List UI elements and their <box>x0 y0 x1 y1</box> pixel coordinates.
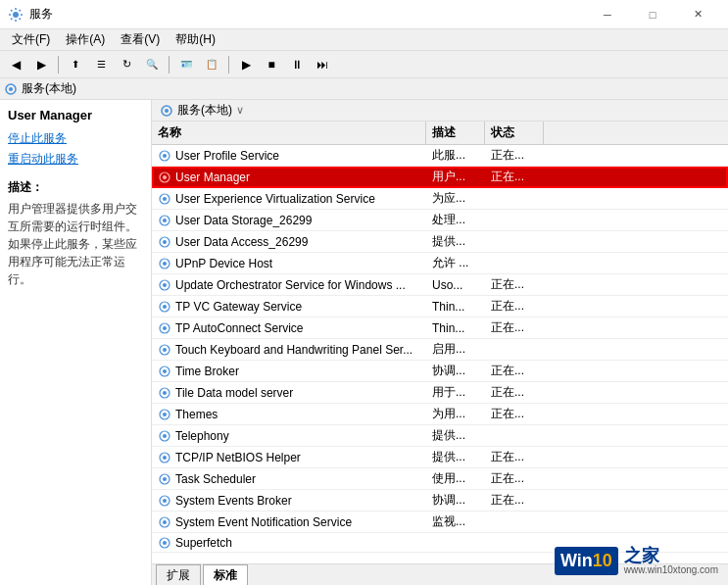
toolbar-sep-2 <box>169 56 170 73</box>
header-desc[interactable]: 描述 <box>426 122 485 144</box>
cell-name: Superfetch <box>152 533 426 552</box>
toolbar-show-hide[interactable]: ☰ <box>89 54 113 75</box>
table-row[interactable]: TP VC Gateway Service Thin... 正在... <box>152 296 728 317</box>
table-row[interactable]: UPnP Device Host 允许 ... <box>152 253 728 274</box>
title-bar: 服务 ─ □ ✕ <box>0 0 728 29</box>
services-table[interactable]: 名称 描述 状态 User Profile Service 此服... 正在..… <box>152 122 728 563</box>
cell-desc: 使用... <box>426 468 485 489</box>
table-row[interactable]: Themes 为用... 正在... <box>152 404 728 425</box>
cell-status <box>485 512 544 532</box>
table-row[interactable]: TCP/IP NetBIOS Helper 提供... 正在... <box>152 447 728 468</box>
cell-status: 正在... <box>485 447 544 467</box>
watermark: Win10 之家 www.win10xtong.com <box>555 547 718 575</box>
menu-help[interactable]: 帮助(H) <box>168 29 223 50</box>
breadcrumb: 服务(本地) <box>4 80 76 97</box>
menu-action[interactable]: 操作(A) <box>58 29 113 50</box>
cell-desc: 协调... <box>426 361 485 381</box>
table-row[interactable]: User Manager 用户... 正在... <box>152 167 728 188</box>
close-button[interactable]: ✕ <box>675 0 720 29</box>
restart-service-link[interactable]: 重启动此服务 <box>8 151 143 168</box>
right-breadcrumb-icon <box>160 104 173 118</box>
cell-status <box>485 188 544 209</box>
table-row[interactable]: Telephony 提供... <box>152 425 728 447</box>
cell-desc: 协调... <box>426 490 485 511</box>
svg-point-30 <box>163 413 167 416</box>
tab-extend[interactable]: 扩展 <box>156 564 201 586</box>
main-container: User Manager 停止此服务 重启动此服务 描述： 用户管理器提供多用户… <box>0 100 728 585</box>
cell-desc: 处理... <box>426 210 485 230</box>
title-bar-controls: ─ □ ✕ <box>585 0 720 29</box>
cell-status: 正在... <box>485 468 544 489</box>
toolbar-refresh[interactable]: ↻ <box>115 54 138 75</box>
table-row[interactable]: TP AutoConnect Service Thin... 正在... <box>152 317 728 339</box>
table-row[interactable]: Task Scheduler 使用... 正在... <box>152 468 728 490</box>
toolbar-forward[interactable]: ▶ <box>29 54 53 75</box>
toolbar-stop[interactable]: ■ <box>260 54 283 75</box>
cell-name: Tile Data model server <box>152 382 426 403</box>
svg-point-38 <box>163 499 167 503</box>
svg-point-22 <box>163 326 167 330</box>
cell-name: User Data Storage_26299 <box>152 210 426 230</box>
table-row[interactable]: System Events Broker 协调... 正在... <box>152 490 728 512</box>
svg-point-26 <box>163 369 167 373</box>
right-breadcrumb-chevron: ∨ <box>236 104 244 117</box>
svg-point-10 <box>163 197 167 201</box>
svg-point-32 <box>163 434 167 438</box>
table-row[interactable]: Update Orchestrator Service for Windows … <box>152 274 728 296</box>
header-status[interactable]: 状态 <box>485 122 544 144</box>
toolbar-list[interactable]: 📋 <box>200 54 223 75</box>
cell-name: Task Scheduler <box>152 468 426 489</box>
cell-desc: 用于... <box>426 382 485 403</box>
table-row[interactable]: User Profile Service 此服... 正在... <box>152 145 728 167</box>
toolbar-play[interactable]: ▶ <box>234 54 258 75</box>
cell-desc: 启用... <box>426 339 485 360</box>
table-row[interactable]: Time Broker 协调... 正在... <box>152 361 728 382</box>
watermark-logo: Win10 <box>555 547 618 575</box>
table-row[interactable]: User Data Storage_26299 处理... <box>152 210 728 231</box>
right-panel: 服务(本地) ∨ 名称 描述 状态 User Profile <box>152 100 728 585</box>
service-icon <box>158 278 171 292</box>
service-icon <box>158 300 171 314</box>
table-row[interactable]: Touch Keyboard and Handwriting Panel Ser… <box>152 339 728 361</box>
table-row[interactable]: System Event Notification Service 监视... <box>152 512 728 533</box>
svg-point-28 <box>163 391 167 395</box>
menu-view[interactable]: 查看(V) <box>113 29 168 50</box>
tab-standard[interactable]: 标准 <box>203 564 248 586</box>
header-name[interactable]: 名称 <box>152 122 426 144</box>
cell-name: User Experience Virtualization Service <box>152 188 426 209</box>
cell-name: System Events Broker <box>152 490 426 511</box>
service-icon <box>158 214 171 227</box>
service-icon <box>158 536 171 550</box>
table-row[interactable]: Tile Data model server 用于... 正在... <box>152 382 728 404</box>
toolbar-explore[interactable]: 🔍 <box>140 54 164 75</box>
cell-status <box>485 253 544 273</box>
toolbar-pause[interactable]: ⏸ <box>285 54 309 75</box>
cell-status: 正在... <box>485 145 544 166</box>
service-icon <box>158 451 171 464</box>
watermark-text-block: 之家 www.win10xtong.com <box>624 547 718 575</box>
toolbar: ◀ ▶ ⬆ ☰ ↻ 🔍 🪪 📋 ▶ ■ ⏸ ⏭ <box>0 51 728 78</box>
svg-point-8 <box>163 175 167 179</box>
service-icon <box>158 257 171 270</box>
toolbar-restart[interactable]: ⏭ <box>311 54 334 75</box>
cell-desc: 提供... <box>426 447 485 467</box>
toolbar-back[interactable]: ◀ <box>4 54 27 75</box>
svg-point-0 <box>13 12 19 18</box>
menu-file[interactable]: 文件(F) <box>4 29 58 50</box>
services-rows: User Profile Service 此服... 正在... User Ma… <box>152 145 728 553</box>
left-panel: User Manager 停止此服务 重启动此服务 描述： 用户管理器提供多用户… <box>0 100 152 585</box>
toolbar-up[interactable]: ⬆ <box>64 54 87 75</box>
svg-point-16 <box>163 262 167 266</box>
cell-desc: Uso... <box>426 274 485 295</box>
table-row[interactable]: User Experience Virtualization Service 为… <box>152 188 728 210</box>
table-row[interactable]: User Data Access_26299 提供... <box>152 231 728 253</box>
service-icon <box>158 171 171 184</box>
cell-desc: 此服... <box>426 145 485 166</box>
stop-service-link[interactable]: 停止此服务 <box>8 130 143 147</box>
minimize-button[interactable]: ─ <box>585 0 630 29</box>
toolbar-id[interactable]: 🪪 <box>174 54 198 75</box>
maximize-button[interactable]: □ <box>630 0 675 29</box>
svg-point-34 <box>163 456 167 460</box>
service-icon <box>158 515 171 529</box>
service-icon <box>158 192 171 206</box>
